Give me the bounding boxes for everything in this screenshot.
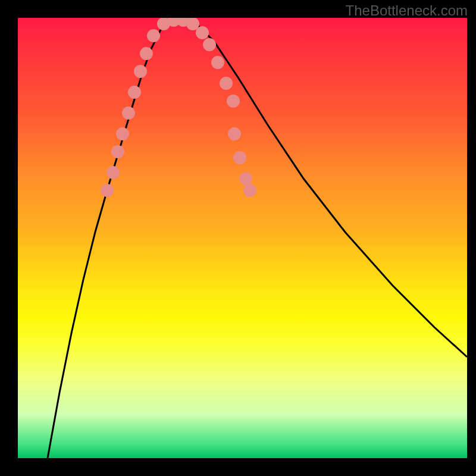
marker-dot <box>128 86 141 99</box>
marker-dot <box>147 29 160 42</box>
marker-dot <box>116 127 129 140</box>
marker-dot <box>227 95 240 108</box>
marker-dot <box>220 77 233 90</box>
plot-area <box>18 18 467 458</box>
watermark-text: TheBottleneck.com <box>346 2 468 19</box>
curve-markers <box>101 18 256 197</box>
marker-dot <box>228 127 241 140</box>
marker-dot <box>107 166 120 179</box>
marker-dot <box>122 107 135 120</box>
marker-dot <box>243 184 256 197</box>
marker-dot <box>140 47 153 60</box>
marker-dot <box>203 38 216 51</box>
marker-dot <box>196 26 209 39</box>
marker-dot <box>101 184 114 197</box>
marker-dot <box>233 151 246 164</box>
marker-dot <box>134 65 147 78</box>
marker-dot <box>111 145 124 158</box>
chart-svg <box>18 18 467 458</box>
marker-dot <box>211 56 224 69</box>
marker-dot <box>239 172 252 185</box>
bottleneck-curve <box>48 19 467 458</box>
